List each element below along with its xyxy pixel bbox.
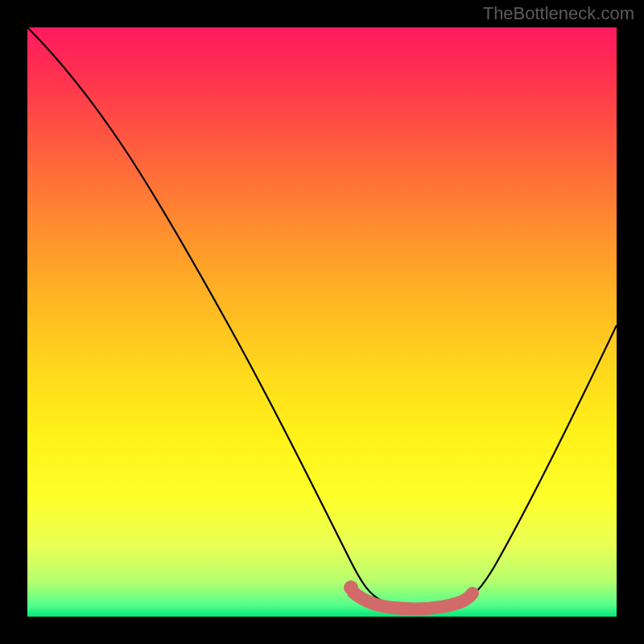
chart-svg	[27, 27, 617, 617]
chart-plot-area	[27, 27, 617, 617]
bottleneck-curve	[27, 27, 617, 607]
sweet-spot-band	[353, 592, 473, 609]
watermark-text: TheBottleneck.com	[483, 3, 634, 24]
sweet-spot-start-dot	[344, 580, 358, 595]
